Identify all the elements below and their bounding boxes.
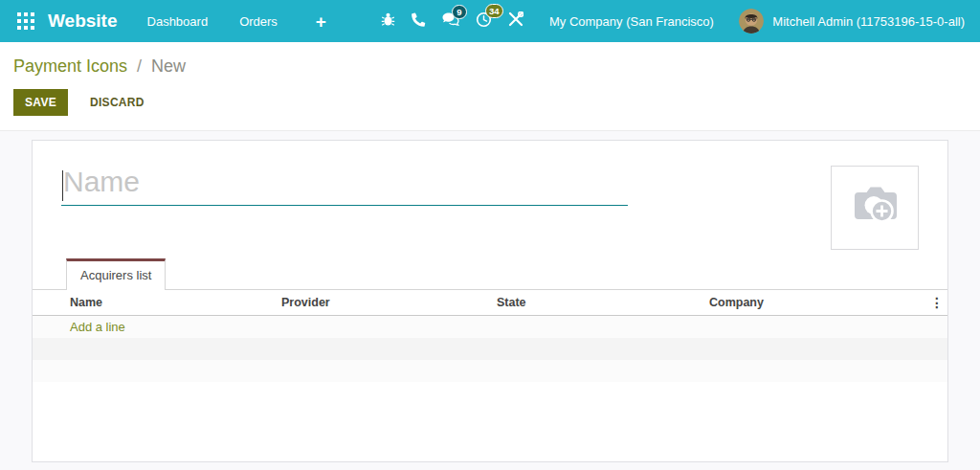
messages-badge: 9 — [452, 5, 467, 19]
phone-button[interactable] — [412, 12, 426, 31]
form-sheet: Acquirers list Name Provider State Compa… — [32, 140, 948, 462]
avatar — [739, 9, 764, 34]
top-navbar: Website Dashboard Orders + — [0, 0, 980, 42]
action-buttons: SAVE DISCARD — [13, 89, 965, 116]
column-header-provider[interactable]: Provider — [276, 290, 491, 316]
acquirers-table: Name Provider State Company ⋮ Add a line — [33, 290, 947, 382]
add-a-line-link[interactable]: Add a line — [33, 316, 947, 338]
camera-plus-icon — [850, 184, 900, 232]
debug-button[interactable] — [381, 11, 395, 31]
table-header-row: Name Provider State Company ⋮ — [33, 290, 947, 316]
messages-button[interactable]: 9 — [442, 12, 459, 31]
table-row — [33, 338, 947, 360]
tab-acquirers-list[interactable]: Acquirers list — [66, 258, 166, 290]
activities-badge: 34 — [485, 4, 503, 18]
phone-icon — [412, 12, 426, 31]
notebook: Acquirers list Name Provider State Compa… — [33, 258, 947, 382]
column-header-company[interactable]: Company — [703, 290, 924, 316]
tools-button[interactable] — [508, 11, 523, 31]
user-name: Mitchell Admin (11753196-15-0-all) — [772, 14, 965, 29]
system-tray: 9 34 — [365, 11, 523, 32]
breadcrumb: Payment Icons / New — [13, 56, 965, 77]
column-header-state[interactable]: State — [491, 290, 703, 316]
activities-button[interactable]: 34 — [476, 11, 492, 32]
discard-button[interactable]: DISCARD — [82, 89, 152, 116]
company-switcher[interactable]: My Company (San Francisco) — [549, 14, 714, 29]
tab-strip: Acquirers list — [33, 258, 947, 290]
wrench-screwdriver-icon — [508, 11, 523, 31]
nav-item-orders[interactable]: Orders — [239, 14, 278, 29]
table-row — [33, 360, 947, 382]
text-cursor — [62, 170, 63, 201]
breadcrumb-separator: / — [137, 56, 142, 76]
nav-item-dashboard[interactable]: Dashboard — [147, 14, 209, 29]
brand-website[interactable]: Website — [48, 11, 118, 32]
user-menu[interactable]: Mitchell Admin (11753196-15-0-all) — [739, 9, 965, 34]
control-panel: Payment Icons / New SAVE DISCARD — [0, 42, 980, 131]
image-upload-box[interactable] — [831, 166, 919, 250]
apps-menu-button[interactable] — [17, 12, 34, 30]
add-a-line-row: Add a line — [33, 316, 947, 338]
name-input[interactable] — [61, 164, 628, 206]
main-content: Acquirers list Name Provider State Compa… — [0, 131, 980, 470]
new-content-button[interactable]: + — [316, 12, 326, 31]
save-button[interactable]: SAVE — [13, 89, 68, 116]
optional-columns-toggle[interactable]: ⋮ — [924, 290, 947, 316]
breadcrumb-current: New — [151, 56, 186, 76]
breadcrumb-payment-icons[interactable]: Payment Icons — [13, 56, 127, 76]
kebab-dots-icon: ⋮ — [930, 295, 944, 310]
bug-icon — [381, 11, 395, 31]
column-header-name[interactable]: Name — [33, 290, 276, 316]
